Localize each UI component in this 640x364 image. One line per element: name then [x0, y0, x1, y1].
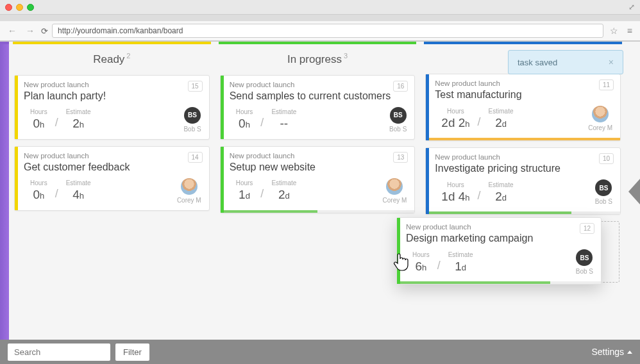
- hours-label: Hours: [441, 108, 469, 115]
- hours-metric: Hours 1d: [230, 179, 260, 202]
- card-project: New product launch: [24, 152, 203, 160]
- estimate-label: Estimate: [489, 181, 514, 188]
- url-input[interactable]: http://yourdomain.com/kanban/board: [52, 24, 603, 38]
- card-number: 12: [580, 223, 594, 234]
- estimate-label: Estimate: [271, 179, 296, 186]
- assignee[interactable]: Corey M: [588, 106, 614, 131]
- card-list: New product launch 15 Plan launch party!…: [13, 75, 211, 211]
- kanban-board: Ready2 New product launch 15 Plan launch…: [0, 42, 640, 342]
- assignee-name: Corey M: [383, 197, 407, 204]
- hours-label: Hours: [236, 179, 253, 186]
- toast-text: task saved: [518, 58, 557, 67]
- card-project: New product launch: [230, 81, 408, 88]
- card-stripe: [221, 147, 224, 213]
- assignee[interactable]: BS Bob S: [183, 107, 202, 133]
- column-title: Ready2: [13, 44, 211, 75]
- column-blue: New product launch 11 Test manufacturing…: [424, 42, 622, 342]
- assignee-name: Corey M: [177, 197, 201, 204]
- browser-chrome: ⤢ ← → ⟳ http://yourdomain.com/kanban/boa…: [0, 0, 640, 42]
- task-card[interactable]: New product launch 13 Setup new website …: [220, 146, 416, 213]
- chevron-up-icon: [627, 351, 632, 354]
- estimate-metric: Estimate 2d: [482, 181, 520, 204]
- task-card[interactable]: New product launch 11 Test manufacturing…: [425, 74, 621, 141]
- estimate-metric: Estimate 1d: [442, 251, 480, 274]
- footer-bar: Filter Settings: [0, 340, 640, 364]
- progress-bar: [397, 281, 601, 284]
- metric-separator: /: [436, 252, 442, 272]
- settings-label: Settings: [591, 347, 624, 357]
- assignee-name: Bob S: [576, 268, 593, 275]
- forward-icon[interactable]: →: [23, 24, 37, 37]
- assignee[interactable]: Corey M: [383, 178, 408, 204]
- avatar: BS: [390, 107, 407, 124]
- hours-value: 6h: [412, 260, 430, 274]
- card-stripe: [426, 74, 429, 140]
- hours-value: 1d 4h: [441, 190, 469, 204]
- hours-metric: Hours 2d 2h: [435, 108, 476, 130]
- task-card[interactable]: New product launch 10 Investigate pricin…: [425, 147, 621, 215]
- column-ready: Ready2 New product launch 15 Plan launch…: [13, 42, 211, 342]
- reload-icon[interactable]: ⟳: [41, 26, 48, 36]
- close-icon[interactable]: ×: [609, 57, 614, 67]
- card-metrics: Hours 1d / Estimate 2d Corey M: [230, 177, 408, 210]
- progress-bar: [426, 138, 620, 140]
- estimate-metric: Estimate 2h: [60, 108, 97, 131]
- browser-toolbar: ← → ⟳ http://yourdomain.com/kanban/board…: [0, 21, 640, 41]
- estimate-label: Estimate: [271, 108, 296, 115]
- card-title: Plan launch party!: [24, 90, 203, 102]
- next-column-handle[interactable]: [626, 42, 640, 342]
- estimate-label: Estimate: [489, 108, 514, 115]
- task-card[interactable]: New product launch 16 Send samples to cu…: [220, 75, 416, 140]
- assignee[interactable]: BS Bob S: [576, 249, 594, 275]
- card-title: Test manufacturing: [435, 89, 614, 101]
- column-count: 3: [344, 52, 348, 60]
- back-icon[interactable]: ←: [5, 24, 19, 37]
- assignee[interactable]: BS Bob S: [389, 107, 408, 133]
- column-title-text: In progress: [287, 53, 342, 65]
- estimate-metric: Estimate 4h: [60, 179, 97, 202]
- card-title: Get customer feedback: [24, 161, 203, 173]
- hamburger-icon[interactable]: ≡: [625, 24, 635, 37]
- bookmark-icon[interactable]: ☆: [607, 24, 621, 37]
- card-number: 14: [188, 152, 203, 163]
- estimate-label: Estimate: [66, 108, 91, 115]
- hours-label: Hours: [412, 251, 430, 258]
- hours-value: 2d 2h: [441, 116, 469, 130]
- filter-button[interactable]: Filter: [115, 343, 149, 361]
- card-stripe: [221, 76, 224, 139]
- fullscreen-icon[interactable]: ⤢: [628, 3, 635, 12]
- assignee[interactable]: BS Bob S: [595, 179, 614, 205]
- estimate-value: 2d: [489, 190, 514, 204]
- card-project: New product launch: [435, 153, 614, 161]
- minimize-window-icon[interactable]: [16, 4, 23, 11]
- estimate-value: 2d: [271, 188, 296, 202]
- card-list: New product launch 16 Send samples to cu…: [219, 75, 417, 213]
- assignee-name: Bob S: [183, 126, 201, 133]
- hours-metric: Hours 0h: [24, 179, 54, 202]
- card-stripe: [15, 76, 18, 139]
- hours-metric: Hours 0h: [24, 108, 54, 131]
- close-window-icon[interactable]: [5, 4, 12, 11]
- progress-fill: [397, 281, 550, 284]
- task-card[interactable]: New product launch 14 Get customer feedb…: [14, 146, 210, 211]
- settings-button[interactable]: Settings: [591, 347, 632, 357]
- estimate-value: 2d: [489, 116, 514, 130]
- avatar: BS: [184, 107, 201, 124]
- card-title: Setup new website: [230, 161, 408, 173]
- maximize-window-icon[interactable]: [27, 4, 34, 11]
- dragging-card[interactable]: New product launch 12 Design marketing c…: [396, 217, 602, 285]
- card-number: 11: [599, 79, 614, 90]
- task-card[interactable]: New product launch 15 Plan launch party!…: [14, 75, 210, 140]
- hours-label: Hours: [236, 108, 253, 115]
- estimate-value: 4h: [66, 188, 91, 202]
- metric-separator: /: [476, 109, 482, 129]
- browser-tabs: [0, 14, 640, 21]
- assignee-name: Bob S: [595, 198, 612, 205]
- assignee[interactable]: Corey M: [177, 178, 203, 204]
- columns-container: Ready2 New product launch 15 Plan launch…: [9, 42, 626, 342]
- chevron-right-icon: [628, 179, 640, 204]
- card-number: 10: [599, 153, 614, 164]
- avatar: [592, 106, 609, 122]
- prev-column-handle[interactable]: [0, 42, 9, 342]
- search-input[interactable]: [8, 343, 110, 361]
